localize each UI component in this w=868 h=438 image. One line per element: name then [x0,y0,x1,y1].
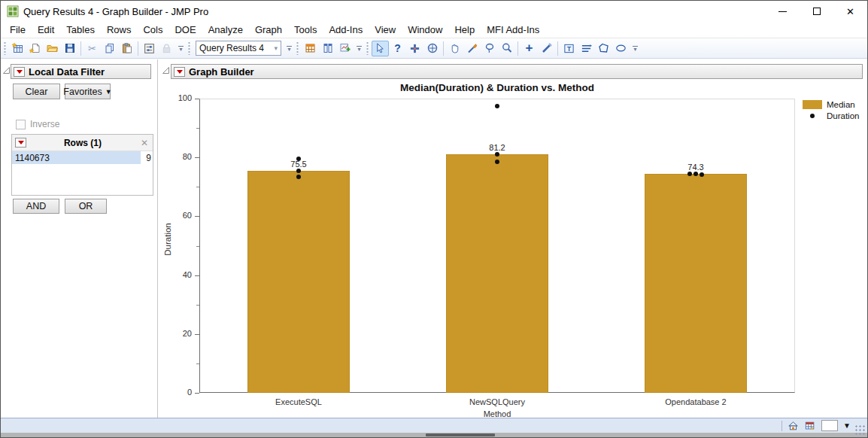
hand-tool-icon[interactable] [446,41,463,56]
window-selector-combo[interactable]: Query Results 4 ▾ [196,41,281,56]
status-dropdown-icon[interactable]: ▼ [843,421,851,430]
graph-builder-title: Graph Builder [189,66,254,78]
new-data-table-icon[interactable] [9,41,26,56]
filter-row-count: 9 [141,153,153,163]
menu-cols[interactable]: Cols [137,23,168,37]
toolbar-overflow[interactable]: ▾ [177,41,185,55]
bar-newsqlquery[interactable] [446,154,548,393]
y-axis-tick [195,157,199,158]
target-tool-icon[interactable] [423,41,441,56]
menu-window[interactable]: Window [402,23,448,37]
legend-item-median[interactable]: Median [803,100,859,109]
toolbar-overflow[interactable]: ▾ [631,41,639,55]
magnifier-tool-icon[interactable] [498,41,515,56]
y-axis-tick [195,334,199,335]
y-tick-label: 0 [163,388,192,397]
legend-item-duration[interactable]: Duration [803,111,859,120]
y-tick-label: 80 [163,152,192,161]
red-triangle-menu-icon[interactable] [15,138,26,148]
data-table-window-icon[interactable] [804,421,816,431]
duration-point[interactable] [296,175,301,179]
menu-file[interactable]: File [4,23,32,37]
chart-canvas: Median(Duration) & Duration vs. Method D… [158,81,867,418]
disclosure-triangle-icon[interactable] [2,66,11,75]
minimize-button[interactable] [766,1,800,22]
columns-viewer-icon[interactable] [319,41,336,56]
and-button[interactable]: AND [13,199,59,214]
close-filter-icon[interactable]: ✕ [139,138,150,148]
data-table-icon[interactable] [302,41,319,56]
clear-button[interactable]: Clear [13,84,60,99]
help-tool-icon[interactable]: ? [389,41,406,56]
copy-icon[interactable] [101,41,118,56]
crosshair-plus-tool-icon[interactable]: + [520,41,538,56]
menu-addins[interactable]: Add-Ins [323,23,369,37]
filter-row-selected[interactable]: 1140673 9 [12,151,153,164]
menu-mfi-addins[interactable]: MFI Add-Ins [481,23,545,37]
toolbar-overflow[interactable]: ▾ [355,41,363,55]
toolbar-separator [443,41,444,56]
inverse-checkbox[interactable] [16,120,26,129]
eraser-tool-icon[interactable] [538,41,555,56]
annotate-line-icon[interactable] [578,41,595,56]
y-tick-label: 60 [163,211,192,220]
home-icon[interactable] [788,421,799,431]
title-bar: Query Results 4 - Graph Builder - JMP Pr… [1,1,867,22]
maximize-icon [813,8,821,15]
inverse-option: Inverse [16,119,59,129]
close-button[interactable]: ✕ [833,1,867,22]
duration-point[interactable] [495,152,499,157]
bar-opendatabase-2[interactable] [645,174,747,393]
duration-point[interactable] [687,172,692,176]
crosshair-tool-icon[interactable] [406,41,423,56]
statusbar-separator [782,421,782,431]
paste-icon[interactable] [118,41,135,56]
open-icon[interactable] [44,41,61,56]
x-category-label: Opendatabase 2 [596,397,795,406]
journal-settings-icon[interactable] [141,41,158,56]
taskbar-remnant [426,433,495,436]
median-swatch-icon [803,100,822,109]
menu-edit[interactable]: Edit [32,23,60,37]
menu-tools[interactable]: Tools [288,23,323,37]
bar-executesql[interactable] [247,171,350,393]
toolbar-grip[interactable] [188,41,190,55]
save-icon[interactable] [61,41,78,56]
duration-point[interactable] [495,104,499,108]
red-triangle-menu-icon[interactable] [174,67,185,77]
menu-help[interactable]: Help [448,23,481,37]
menu-tables[interactable]: Tables [60,23,101,37]
window-selector-value: Query Results 4 [199,43,264,53]
menu-analyze[interactable]: Analyze [202,23,249,37]
status-swatch-box[interactable] [821,420,838,431]
disclosure-triangle-icon[interactable] [162,66,170,75]
menu-rows[interactable]: Rows [101,23,138,37]
arrow-tool-icon[interactable] [372,41,389,56]
duration-point[interactable] [296,169,301,173]
y-axis-tick [195,216,199,217]
annotate-polygon-icon[interactable] [595,41,612,56]
rows-filter-header: Rows (1) ✕ [12,135,153,151]
menu-graph[interactable]: Graph [249,23,288,37]
brush-tool-icon[interactable] [463,41,481,56]
red-triangle-menu-icon[interactable] [14,67,25,77]
new-graph-icon[interactable] [336,41,354,56]
maximize-button[interactable] [800,1,833,22]
menu-doe[interactable]: DOE [168,23,202,37]
or-button[interactable]: OR [65,199,107,214]
resize-grip-icon[interactable] [855,425,866,436]
cut-icon[interactable]: ✂ [83,41,101,56]
lasso-tool-icon[interactable] [481,41,498,56]
favorites-button[interactable]: Favorites▼ [65,84,111,99]
toolbar-grip[interactable] [366,41,369,55]
annotate-oval-icon[interactable] [612,41,630,56]
chevron-down-icon: ▾ [274,44,278,52]
filter-header: Local Data Filter [11,64,151,79]
toolbar-overflow[interactable]: ▾ [285,41,293,55]
menu-view[interactable]: View [369,23,402,37]
graph-builder-header: Graph Builder [171,64,863,79]
toolbar-grip[interactable] [4,41,6,55]
annotate-text-icon[interactable]: T [560,41,578,56]
toolbar-grip[interactable] [296,41,299,55]
new-script-icon[interactable] [26,41,44,56]
